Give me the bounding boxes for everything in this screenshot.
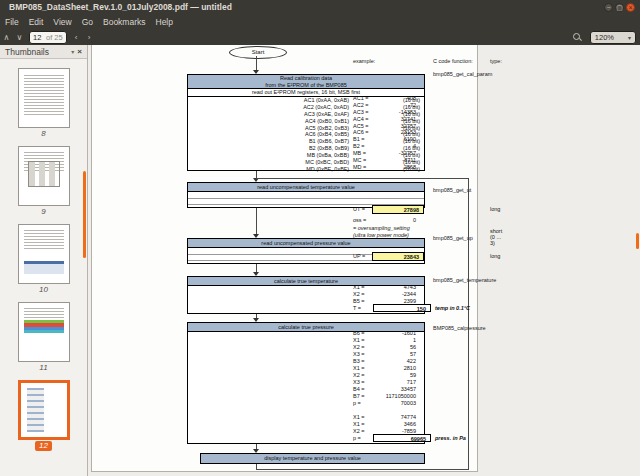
thumbnail-label: 11 [35,363,51,373]
sidebar-scrollbar[interactable] [83,171,86,258]
thumbnail-label: 9 [37,207,49,217]
value-row: X1 = 2810 [353,365,416,372]
thumbnails-sidebar: Thumbnails ▾ × 8 9 10 11 12 [0,45,88,476]
menu-item[interactable]: View [48,16,76,29]
c-function-get-up: bmp085_get_up [433,235,473,241]
col-header-c-code: C code function: [433,58,473,64]
value-row: AC2 = -72 [353,102,416,109]
value-row: MC = -8711 [353,157,416,164]
document-view: Start example: C code function: type: Re… [88,45,640,476]
window-title: BMP085_DataSheet_Rev.1.0_01July2008.pdf … [9,2,232,12]
col-header-example: example: [353,58,375,64]
value-row: AC4 = 32741 [353,116,416,123]
flow-box-display: display temperature and pressure value [200,453,425,464]
thumbnail-item[interactable]: 12 [18,380,70,451]
thumbnail-list: 8 9 10 11 12 [0,58,87,476]
menu-bar: FileEditViewGoBookmarksHelp [0,16,640,29]
value-row: AC1 = 408 [353,95,416,102]
value-row: X3 = 717 [353,379,416,386]
zoom-level: 120% [595,33,614,42]
sidebar-header: Thumbnails ▾ × [0,45,87,59]
thumbnail-item[interactable]: 10 [18,224,70,295]
pdf-page: Start example: C code function: type: Re… [91,45,478,472]
value-row: AC6 = 23153 [353,129,416,136]
thumbnail-label: 10 [35,285,52,295]
value-row: X2 = -2344 [353,291,416,298]
page-up-button[interactable]: ∧ [0,31,13,44]
menu-item[interactable]: Edit [24,16,49,29]
unit-note: press. in Pa [435,435,466,442]
minimize-button[interactable]: − [604,3,613,12]
up-type: long [490,253,500,259]
window-buttons: − ▢ × [604,3,635,12]
value-row: B6 = -1601 [353,330,416,337]
thumbnail-preview [18,146,70,206]
chevron-down-icon: ▾ [628,34,631,41]
flow-loop-top [256,178,469,179]
thumbnail-preview [18,68,70,128]
value-row: B7 = 1171050000 [353,393,416,400]
box2-line [188,198,424,205]
value-row: B4 = 33457 [353,386,416,393]
value-row: p = 70003 [353,400,416,407]
page-number-box: of 25 [29,31,67,44]
history-back-button[interactable]: ‹ [70,31,83,44]
value-row: X1 = 4743 [353,284,416,291]
sidebar-close-icon[interactable]: × [77,47,82,56]
value-row: MD = 2868 [353,164,416,171]
maximize-button[interactable]: ▢ [615,3,624,12]
value-row: X1 = 74774 [353,414,416,421]
col-header-type: type: [490,58,502,64]
thumbnail-preview [18,380,70,440]
toolbar: ∧ ∨ of 25 ‹ › 120% ▾ [0,29,640,46]
sidebar-title: Thumbnails [5,47,68,57]
value-row: B2 = 4 [353,143,416,150]
c-function-get-temperature: bmp085_get_temperature [433,277,496,283]
value-row: X3 = 57 [353,351,416,358]
c-function-get-ut: bmp085_get_ut [433,187,471,193]
history-forward-button[interactable]: › [83,31,96,44]
value-row: X1 = 3466 [353,421,416,428]
page-down-button[interactable]: ∨ [13,31,26,44]
menu-item[interactable]: File [0,16,24,29]
ut-type: long [490,206,500,212]
value-row: AC5 = 32757 [353,123,416,130]
temperature-values: X1 = 4743 X2 = -2344 B5 = 2399 T = 150 t… [353,284,416,312]
page-number-input[interactable] [33,33,46,42]
value-row [353,407,416,414]
flow-start-node: Start [229,46,287,59]
box3-header: read uncompensated pressure value [188,239,424,248]
ut-value-highlight: 27898 [372,205,424,214]
menu-item[interactable]: Help [151,16,178,29]
page-total-label: of 25 [46,33,63,42]
box1-header-line2: from the E²PROM of the BMP085 [188,82,424,89]
thumbnail-label: 12 [35,441,52,451]
unit-note: temp in 0.1°C [435,305,470,312]
c-function-calpressure: BMP085_calpressure [433,325,486,331]
up-value-highlight: 23843 [372,252,424,261]
value-row: T = 150 temp in 0.1°C [353,305,416,312]
thumbnail-item[interactable]: 9 [18,146,70,217]
main-scrollbar[interactable] [636,233,639,249]
pressure-values: B6 = -1601 X1 = 1 X2 = 56 X3 = 57 B3 = 4… [353,330,416,442]
zoom-dropdown[interactable]: 120% ▾ [590,31,636,44]
box2-header: read uncompensated temperature value [188,183,424,192]
thumbnail-item[interactable]: 11 [18,302,70,373]
calibration-values: AC1 = 408 AC2 = -72 AC3 = -14383 AC4 = 3… [353,95,416,171]
value-row: AC3 = -14383 [353,109,416,116]
oss-note-1: = oversampling_setting [353,225,410,231]
title-bar: BMP085_DataSheet_Rev.1.0_01July2008.pdf … [0,0,640,16]
menu-item[interactable]: Bookmarks [98,16,151,29]
thumbnail-item[interactable]: 8 [18,68,70,139]
value-row: MB = -32757 [353,150,416,157]
box3-line [188,260,424,267]
value-row: B3 = 422 [353,358,416,365]
thumbnail-label: 8 [37,129,49,139]
close-button[interactable]: × [626,3,635,12]
value-row: X1 = 1 [353,337,416,344]
menu-item[interactable]: Go [77,16,98,29]
up-label: UP = [353,253,365,259]
search-icon[interactable] [570,31,584,43]
sidebar-caret-icon[interactable]: ▾ [71,48,74,55]
oss-type: short (0 ... 3) [490,228,502,246]
